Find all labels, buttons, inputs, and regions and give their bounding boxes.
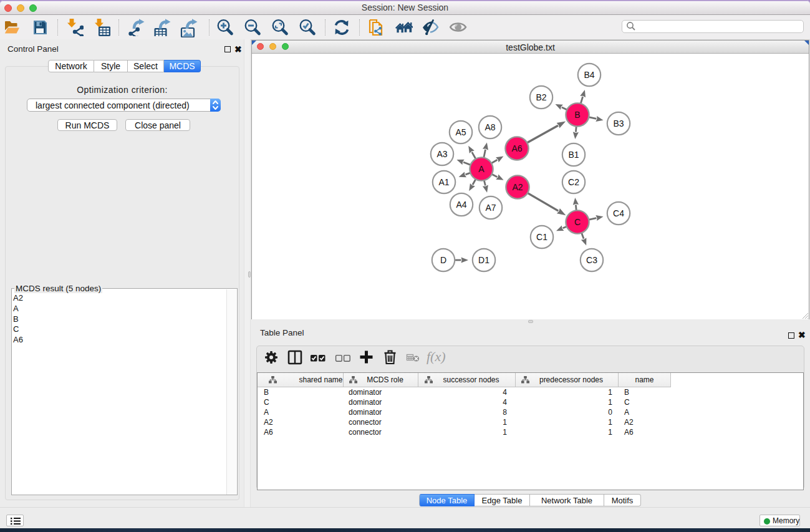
svg-text:B1: B1 bbox=[568, 150, 579, 160]
svg-text:A5: A5 bbox=[455, 127, 466, 137]
svg-text:A4: A4 bbox=[456, 200, 466, 210]
svg-text:A1: A1 bbox=[438, 177, 449, 187]
svg-text:A: A bbox=[478, 164, 485, 174]
svg-text:A3: A3 bbox=[436, 149, 447, 159]
svg-text:D: D bbox=[440, 255, 446, 265]
svg-text:D1: D1 bbox=[478, 255, 489, 265]
svg-text:C4: C4 bbox=[613, 208, 624, 218]
svg-text:C1: C1 bbox=[536, 232, 547, 242]
svg-text:C3: C3 bbox=[586, 255, 597, 265]
svg-text:C2: C2 bbox=[568, 177, 579, 187]
svg-text:A7: A7 bbox=[485, 203, 496, 213]
svg-text:A6: A6 bbox=[511, 143, 522, 153]
svg-text:B4: B4 bbox=[584, 70, 594, 80]
svg-text:B2: B2 bbox=[536, 92, 546, 102]
svg-text:A8: A8 bbox=[485, 122, 495, 132]
svg-text:B3: B3 bbox=[613, 118, 624, 128]
svg-text:B: B bbox=[574, 110, 580, 120]
svg-text:A2: A2 bbox=[512, 182, 523, 192]
svg-text:C: C bbox=[574, 217, 581, 227]
